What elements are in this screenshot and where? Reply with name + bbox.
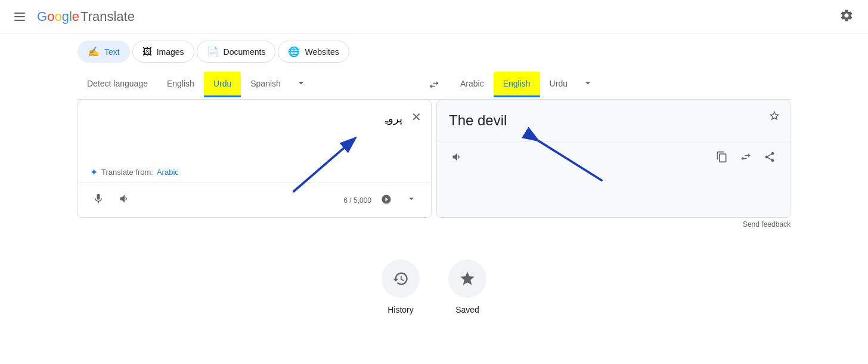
source-text-input[interactable]: پروﹻ [78,100,431,160]
sparkle-icon: ✦ [90,166,98,178]
history-circle [382,260,420,298]
output-footer-right [711,146,780,171]
menu-button[interactable] [10,8,30,26]
logo-o2: o [54,9,61,24]
header: GoogleTranslate [0,0,868,33]
logo-o1: o [47,9,54,24]
logo-g2: g [62,9,69,24]
swap-languages-button[interactable] [422,73,446,97]
lang-urdu-source[interactable]: Urdu [204,72,241,97]
language-selectors: Detect language English Urdu Spanish Ara… [78,70,790,99]
translate-from-label: Translate from: [101,168,153,177]
logo-e: e [72,9,79,24]
history-label: History [388,305,414,314]
main-content: Detect language English Urdu Spanish Ara… [0,70,868,231]
app-logo: GoogleTranslate [37,9,135,24]
tab-images-label: Images [157,47,184,57]
swap-translation-button[interactable] [735,146,757,171]
translate-from-lang-link[interactable]: Arabic [157,168,179,177]
tab-websites[interactable]: 🌐 Websites [278,41,349,63]
tab-documents[interactable]: 📄 Documents [197,41,276,63]
translate-from-bar: ✦ Translate from: Arabic [78,162,431,183]
logo-text: Translate [80,9,135,24]
clear-input-button[interactable]: ✕ [409,107,424,127]
output-speaker-button[interactable] [447,146,468,171]
output-footer [437,141,790,175]
tab-text[interactable]: ✍ Text [78,41,130,63]
more-options-button[interactable] [401,189,421,212]
speaker-button[interactable] [114,188,135,212]
input-footer-left [88,188,135,212]
target-lang-panel: Arabic English Urdu [451,70,790,99]
lang-arabic-target[interactable]: Arabic [451,72,494,97]
translate-button[interactable] [376,189,396,211]
tab-websites-label: Websites [305,47,339,57]
lang-spanish-source[interactable]: Spanish [241,72,290,97]
bottom-section: History Saved [0,231,868,334]
more-source-languages-button[interactable] [290,70,312,99]
tab-documents-label: Documents [224,47,266,57]
send-feedback-link[interactable]: Send feedback [743,220,790,229]
more-target-languages-button[interactable] [577,70,599,99]
translation-area: پروﹻ ✕ ✦ Translate from: Arabic 6 / 5,00 [78,99,790,218]
nav-tabs: ✍ Text 🖼 Images 📄 Documents 🌐 Websites [0,33,868,70]
input-panel: پروﹻ ✕ ✦ Translate from: Arabic 6 / 5,00 [78,100,432,218]
documents-icon: 📄 [207,46,219,57]
saved-button[interactable]: Saved [448,260,486,314]
text-icon: ✍ [88,46,100,57]
send-feedback-bar: Send feedback [78,218,790,231]
tab-images[interactable]: 🖼 Images [132,41,194,63]
source-lang-panel: Detect language English Urdu Spanish [78,70,417,99]
websites-icon: 🌐 [288,46,300,57]
char-count: 6 / 5,000 [343,189,421,212]
share-button[interactable] [759,146,780,171]
copy-button[interactable] [711,146,733,171]
settings-button[interactable] [835,4,858,29]
tab-text-label: Text [104,47,120,57]
char-count-value: 6 / 5,000 [343,196,371,205]
output-text: The devil [437,100,790,141]
output-panel: The devil [436,100,790,218]
saved-label: Saved [455,305,479,314]
lang-english-source[interactable]: English [157,72,204,97]
history-button[interactable]: History [382,260,420,314]
lang-detect[interactable]: Detect language [78,72,157,97]
lang-english-target[interactable]: English [494,72,540,97]
images-icon: 🖼 [142,47,152,57]
input-footer: 6 / 5,000 [78,183,431,217]
logo-g: G [37,9,47,24]
favorite-button[interactable] [766,107,783,127]
saved-circle [448,260,486,298]
microphone-button[interactable] [88,188,109,212]
header-left: GoogleTranslate [10,8,135,26]
lang-urdu-target[interactable]: Urdu [540,72,577,97]
